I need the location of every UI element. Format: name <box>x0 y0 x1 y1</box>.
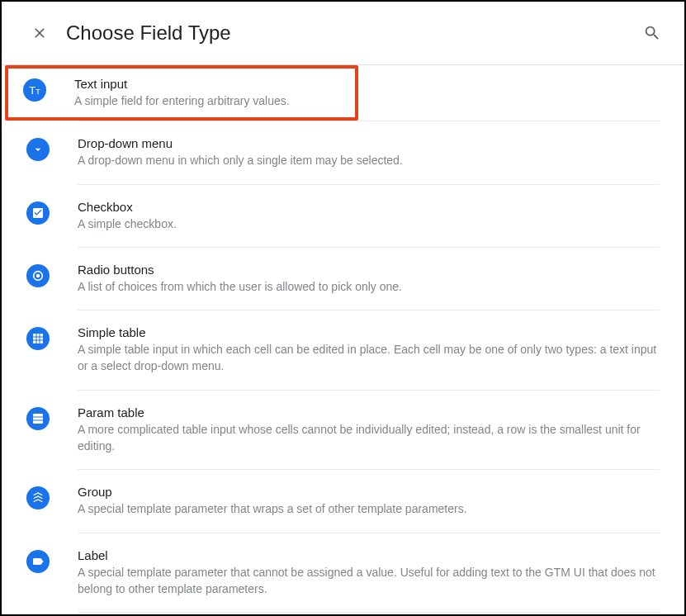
checkbox-icon <box>26 201 50 225</box>
dialog-title: Choose Field Type <box>66 21 643 45</box>
search-icon <box>643 24 661 42</box>
field-type-radio[interactable]: Radio buttons A list of choices from whi… <box>2 248 684 310</box>
svg-rect-8 <box>33 414 43 424</box>
item-title: Simple table <box>78 325 660 339</box>
item-title: Checkbox <box>78 200 660 214</box>
table-icon <box>26 327 50 350</box>
item-title: Param table <box>78 405 660 419</box>
item-desc: A special template parameter that cannot… <box>78 564 660 598</box>
param-table-icon <box>26 407 50 430</box>
item-title: Group <box>78 485 660 499</box>
item-desc: A list of choices from which the user is… <box>78 278 660 295</box>
dropdown-icon <box>26 138 50 161</box>
svg-rect-3 <box>33 334 43 344</box>
item-desc: A simple table input in which each cell … <box>78 341 660 375</box>
divider <box>78 612 660 613</box>
item-title: Text input <box>74 77 663 91</box>
label-icon <box>26 550 50 573</box>
field-type-text-input[interactable]: TT Text input A simple field for enterin… <box>2 65 684 121</box>
radio-icon <box>26 264 50 287</box>
text-input-icon: TT <box>23 78 46 102</box>
field-type-simple-table[interactable]: Simple table A simple table input in whi… <box>2 310 684 390</box>
item-title: Label <box>78 548 660 562</box>
field-type-param-table[interactable]: Param table A more complicated table inp… <box>2 391 684 470</box>
dialog-header: Choose Field Type <box>2 2 684 65</box>
svg-point-2 <box>36 274 40 278</box>
item-desc: A simple field for entering arbitrary va… <box>74 92 663 109</box>
item-title: Drop-down menu <box>78 136 660 150</box>
field-type-group[interactable]: Group A special template parameter that … <box>2 470 684 532</box>
search-button[interactable] <box>643 24 661 42</box>
item-desc: A drop-down menu in which only a single … <box>78 152 660 168</box>
item-desc: A special template parameter that wraps … <box>78 500 660 517</box>
field-type-label[interactable]: Label A special template parameter that … <box>2 533 684 613</box>
item-desc: A more complicated table input whose cel… <box>78 421 660 455</box>
field-type-checkbox[interactable]: Checkbox A simple checkbox. <box>2 185 684 247</box>
group-icon <box>26 486 50 509</box>
close-icon <box>31 25 48 41</box>
close-button[interactable] <box>31 25 48 41</box>
item-desc: A simple checkbox. <box>78 216 660 232</box>
item-title: Radio buttons <box>78 263 660 277</box>
field-type-list: TT Text input A simple field for enterin… <box>2 65 684 613</box>
field-type-dropdown[interactable]: Drop-down menu A drop-down menu in which… <box>2 121 684 183</box>
